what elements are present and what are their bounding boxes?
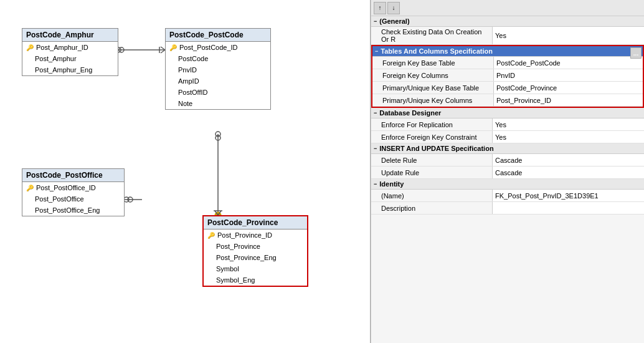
prop-value: Yes [493,27,644,44]
tables-section-header[interactable]: − Tables And Columns Specification ... [372,46,643,57]
properties-content: − (General) Check Existing Data On Creat… [371,16,644,343]
prop-row: Delete RuleCascade [371,154,644,167]
table-row: Post_Province [204,241,307,252]
table-row: 🔑Post_Province_ID [204,229,307,241]
tables-section-label: Tables And Columns Specification [381,47,493,55]
table-row: Post_Amphur [22,53,118,64]
field-name: Post_PostCode_ID [179,44,238,51]
db-designer-collapse-icon: − [374,110,377,116]
prop-value [493,202,644,214]
field-name: PostCode [178,55,208,62]
svg-line-13 [215,211,218,215]
field-name: Post_Province [216,243,260,250]
key-icon: 🔑 [169,44,177,51]
svg-line-14 [218,211,221,215]
db-designer-section: − Database Designer Enforce For Replicat… [371,108,644,143]
more-button[interactable]: ... [630,47,642,59]
table-header-PostCode_Amphur: PostCode_Amphur [22,29,118,42]
field-name: Post_PostOffice [35,195,84,203]
table-row: 🔑Post_PostCode_ID [166,42,270,53]
identity-section: − Identity (Name)FK_Post_Post_PnvID_3E1D… [371,179,644,215]
tables-rows: Foreign Key Base TablePostCode_PostCodeF… [372,57,643,107]
prop-row: Description [371,202,644,215]
svg-point-11 [215,135,220,140]
prop-value: Yes [493,131,644,143]
svg-point-8 [128,197,133,202]
field-name: AmpID [178,77,199,85]
table-row: AmpID [166,75,270,87]
table-row: Symbol_Eng [204,274,307,286]
prop-value: PnvID [494,69,643,81]
table-row: 🔑Post_Amphur_ID [22,42,118,53]
key-icon: 🔑 [207,232,215,239]
sort-asc-button[interactable]: ↑ [374,2,386,14]
general-section-label: (General) [379,17,409,25]
table-PostCode_PostCode[interactable]: PostCode_PostCode🔑Post_PostCode_IDPostCo… [165,28,271,110]
db-designer-rows: Enforce For ReplicationYesEnforce Foreig… [371,118,644,143]
general-rows: Check Existing Data On Creation Or RYes [371,27,644,45]
general-section: − (General) Check Existing Data On Creat… [371,16,644,45]
properties-panel: ↑ ↓ − (General) Check Existing Data On C… [371,0,644,343]
table-row: Note [166,98,270,109]
prop-name: Delete Rule [371,154,493,166]
field-name: Symbol_Eng [216,276,255,284]
table-header-PostCode_Province: PostCode_Province [204,216,307,229]
table-row: Post_Province_Eng [204,252,307,263]
svg-line-4 [161,50,165,53]
prop-row: Check Existing Data On Creation Or RYes [371,27,644,45]
field-name: PnvID [178,66,197,74]
table-PostCode_PostOffice[interactable]: PostCode_PostOffice🔑Post_PostOffice_IDPo… [22,168,125,216]
table-PostCode_Amphur[interactable]: PostCode_Amphur🔑Post_Amphur_IDPost_Amphu… [22,28,118,76]
identity-section-label: Identity [379,180,404,188]
field-name: Post_Province_ID [217,231,272,239]
tables-columns-section: − Tables And Columns Specification ... F… [371,45,644,108]
field-name: Post_Amphur_ID [36,44,88,51]
general-section-header[interactable]: − (General) [371,16,644,27]
prop-name: Update Rule [371,167,493,178]
table-PostCode_Province[interactable]: PostCode_Province🔑Post_Province_IDPost_P… [202,215,308,287]
properties-toolbar: ↑ ↓ [371,0,644,16]
prop-value: FK_Post_Post_PnvID_3E1D39E1 [493,190,644,201]
table-row: Post_PostOffice_Eng [22,205,124,216]
table-row: PostCode [166,53,270,64]
prop-row: Enforce For ReplicationYes [371,118,644,131]
prop-row: Foreign Key Base TablePostCode_PostCode [372,57,643,69]
insert-update-section-label: INSERT And UPDATE Specification [379,145,493,152]
identity-section-header[interactable]: − Identity [371,179,644,190]
table-row: Post_PostOffice [22,193,124,205]
prop-name: Primary/Unique Key Columns [372,94,494,106]
table-row: PostOffID [166,87,270,98]
table-row: Post_Amphur_Eng [22,64,118,75]
general-collapse-icon: − [374,18,377,24]
prop-name: (Name) [371,190,493,201]
prop-name: Foreign Key Columns [372,69,494,81]
insert-update-section-header[interactable]: − INSERT And UPDATE Specification [371,143,644,154]
table-header-PostCode_PostCode: PostCode_PostCode [166,29,270,42]
prop-value: PostCode_PostCode [494,57,643,69]
prop-value: Cascade [493,154,644,166]
sort-desc-button[interactable]: ↓ [387,2,400,14]
db-designer-section-header[interactable]: − Database Designer [371,108,644,118]
prop-row: Update RuleCascade [371,167,644,179]
field-name: Symbol [216,265,239,273]
table-row: 🔑Post_PostOffice_ID [22,182,124,193]
field-name: Post_PostOffice_ID [36,184,96,191]
identity-rows: (Name)FK_Post_Post_PnvID_3E1D39E1Descrip… [371,190,644,215]
prop-row: Enforce Foreign Key ConstraintYes [371,131,644,143]
tables-collapse-icon: − [375,48,378,54]
prop-value: Cascade [493,167,644,178]
table-row: PnvID [166,64,270,75]
identity-collapse-icon: − [374,181,377,187]
field-name: Note [178,100,192,107]
svg-point-2 [119,47,124,52]
key-icon: 🔑 [26,44,34,51]
prop-name: Primary/Unique Key Base Table [372,82,494,94]
table-header-PostCode_PostOffice: PostCode_PostOffice [22,169,124,182]
insert-update-collapse-icon: − [374,145,377,152]
db-designer-section-label: Database Designer [379,109,441,117]
prop-value: Post_Province_ID [494,94,643,106]
field-name: Post_Amphur_Eng [35,66,92,74]
field-name: PostOffID [178,89,207,96]
svg-line-3 [161,47,165,50]
svg-point-7 [124,197,129,202]
